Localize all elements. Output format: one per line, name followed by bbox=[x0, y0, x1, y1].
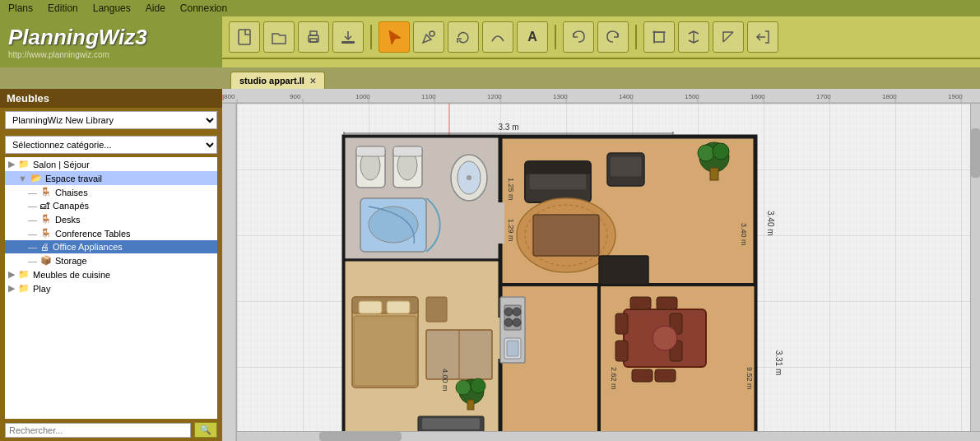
svg-point-6 bbox=[430, 31, 434, 36]
svg-point-98 bbox=[471, 378, 485, 393]
header: PlanningWiz3 http://www.planningwiz.com bbox=[0, 16, 980, 67]
search-button[interactable]: 🔍 bbox=[194, 422, 217, 438]
toolbar-resize-button[interactable] bbox=[713, 21, 744, 53]
app-url: http://www.planningwiz.com bbox=[8, 50, 222, 59]
toolbar-separator-3 bbox=[635, 25, 637, 49]
svg-text:1.29 m: 1.29 m bbox=[507, 219, 515, 242]
menu-aide[interactable]: Aide bbox=[146, 2, 165, 14]
toolbar-crop-button[interactable] bbox=[643, 21, 675, 53]
tree-item-salon[interactable]: ▶ 📁 Salon | Séjour bbox=[5, 157, 217, 171]
tree-item-espace-travail[interactable]: ▼ 📂 Espace travail bbox=[5, 171, 217, 185]
tree-label: Espace travail bbox=[45, 174, 102, 183]
tab-studio-appart[interactable]: studio appart.II ✕ bbox=[230, 72, 325, 89]
folder-icon: 📂 bbox=[30, 173, 42, 183]
svg-point-67 bbox=[467, 175, 471, 180]
toolbar-curve-button[interactable] bbox=[482, 21, 513, 53]
svg-rect-64 bbox=[393, 146, 422, 156]
tree-label: Meubles de cuisine bbox=[33, 270, 110, 280]
item-icon: — bbox=[28, 242, 37, 252]
item-icon: — bbox=[28, 188, 37, 197]
toolbar-open-button[interactable] bbox=[263, 21, 295, 53]
svg-rect-82 bbox=[710, 168, 718, 180]
svg-rect-104 bbox=[615, 341, 628, 361]
item-img-icon: 🪑 bbox=[40, 214, 52, 225]
svg-text:2.62 m: 2.62 m bbox=[610, 367, 618, 390]
svg-rect-78 bbox=[599, 256, 648, 285]
toolbar-redo-button[interactable] bbox=[597, 21, 629, 53]
tab-label: studio appart.II bbox=[239, 76, 304, 86]
item-img-icon: 🪑 bbox=[40, 228, 52, 239]
toolbar-exit-button[interactable] bbox=[747, 21, 778, 53]
menu-connexion[interactable]: Connexion bbox=[180, 2, 227, 14]
svg-point-114 bbox=[504, 308, 513, 316]
svg-point-116 bbox=[504, 318, 513, 327]
expand-icon: ▶ bbox=[8, 269, 15, 280]
toolbar-separator-2 bbox=[555, 25, 556, 49]
svg-text:|: | bbox=[222, 93, 224, 100]
canvas-area[interactable]: 800 900 1000 1100 1200 1300 1400 1500 16… bbox=[222, 89, 980, 441]
svg-rect-38 bbox=[222, 104, 237, 441]
svg-text:3.3 m: 3.3 m bbox=[498, 123, 518, 132]
tree-label: Salon | Séjour bbox=[33, 160, 90, 169]
folder-icon: 📁 bbox=[18, 283, 30, 294]
tree-item-canapes[interactable]: — 🛋 Canapés bbox=[5, 199, 217, 212]
horizontal-scrollbar[interactable] bbox=[237, 431, 980, 441]
search-input[interactable] bbox=[5, 423, 191, 438]
svg-rect-110 bbox=[655, 369, 676, 382]
toolbar-mirror-button[interactable] bbox=[678, 21, 709, 53]
tree-area: ▶ 📁 Salon | Séjour ▼ 📂 Espace travail — … bbox=[5, 157, 217, 419]
item-icon: — bbox=[28, 256, 37, 266]
menu-plans[interactable]: Plans bbox=[8, 2, 33, 14]
tree-item-play[interactable]: ▶ 📁 Play bbox=[5, 281, 217, 295]
tree-label: Canapés bbox=[53, 201, 89, 211]
toolbar-print-button[interactable] bbox=[298, 21, 329, 53]
svg-rect-108 bbox=[657, 297, 677, 309]
main-area: Meubles PlanningWiz New Library Sélectio… bbox=[0, 89, 980, 441]
svg-rect-99 bbox=[467, 400, 474, 410]
tree-label: Chaises bbox=[55, 188, 88, 197]
toolbar-draw-button[interactable] bbox=[413, 21, 444, 53]
toolbar-undo-button[interactable] bbox=[563, 21, 594, 53]
svg-rect-3 bbox=[310, 39, 317, 42]
svg-rect-5 bbox=[341, 41, 355, 44]
toolbar-select-button[interactable] bbox=[379, 21, 410, 53]
tree-item-office-appliances[interactable]: — 🖨 Office Appliances bbox=[5, 240, 217, 253]
tree-item-desks[interactable]: — 🪑 Desks bbox=[5, 212, 217, 226]
toolbar-export-button[interactable] bbox=[332, 21, 364, 53]
tree-item-chaises[interactable]: — 🪑 Chaises bbox=[5, 185, 217, 199]
folder-icon: 📁 bbox=[18, 159, 30, 169]
svg-line-10 bbox=[723, 32, 733, 42]
grid-canvas: 3.3 m 3.40 m bbox=[237, 104, 980, 441]
svg-rect-103 bbox=[615, 313, 628, 334]
svg-point-69 bbox=[369, 207, 418, 243]
item-icon: — bbox=[28, 229, 37, 239]
tree-label: Conference Tables bbox=[55, 229, 131, 239]
svg-rect-74 bbox=[610, 156, 642, 177]
tree-item-storage[interactable]: — 📦 Storage bbox=[5, 253, 217, 267]
floor-plan-group: 3.3 m 3.40 m bbox=[344, 123, 783, 441]
item-icon: — bbox=[28, 201, 37, 211]
toolbar-rotate-button[interactable] bbox=[448, 21, 479, 53]
vertical-scrollbar[interactable] bbox=[970, 104, 980, 431]
library-select[interactable]: PlanningWiz New Library bbox=[5, 111, 217, 129]
menu-langues[interactable]: Langues bbox=[93, 2, 131, 14]
toolbar-wrapper: A bbox=[222, 16, 980, 67]
tree-label: Storage bbox=[55, 256, 87, 266]
svg-point-111 bbox=[653, 326, 677, 350]
tree-item-meubles-cuisine[interactable]: ▶ 📁 Meubles de cuisine bbox=[5, 267, 217, 281]
menu-edition[interactable]: Edition bbox=[48, 2, 78, 14]
svg-rect-93 bbox=[426, 297, 447, 322]
svg-text:3.40 m: 3.40 m bbox=[766, 211, 775, 236]
svg-text:9.52 m: 9.52 m bbox=[745, 367, 754, 390]
toolbar-new-button[interactable] bbox=[229, 21, 260, 53]
category-select[interactable]: Sélectionnez catégorie... bbox=[5, 136, 217, 154]
toolbar-text-button[interactable]: A bbox=[517, 21, 548, 53]
svg-text:3.31 m: 3.31 m bbox=[774, 350, 783, 376]
svg-point-81 bbox=[713, 143, 729, 160]
tree-label: Desks bbox=[55, 215, 81, 225]
tree-item-conference-tables[interactable]: — 🪑 Conference Tables bbox=[5, 226, 217, 240]
item-img-icon: 🛋 bbox=[40, 201, 49, 211]
svg-text:3.40 m: 3.40 m bbox=[740, 223, 748, 246]
tab-close-button[interactable]: ✕ bbox=[309, 77, 316, 86]
svg-point-117 bbox=[513, 318, 521, 327]
